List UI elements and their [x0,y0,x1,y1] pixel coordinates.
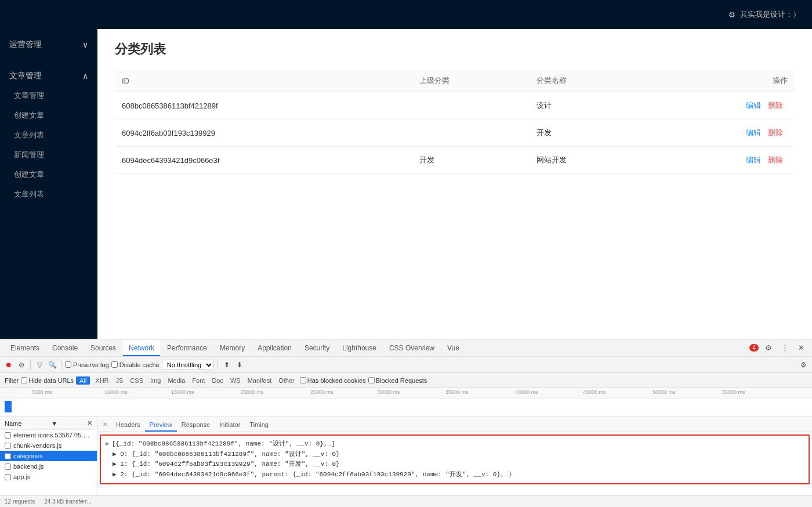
mark-35000: 35000 ms [445,389,469,395]
record-button[interactable]: ⏺ [3,360,14,370]
cell-name: 网站开发 [530,147,647,174]
list-item-active[interactable]: categories [0,451,97,461]
file-name: categories [13,452,43,459]
sidebar-item-article-list-2[interactable]: 文章列表 [0,184,97,204]
edit-button[interactable]: 编辑 [746,128,761,137]
tab-security[interactable]: Security [299,340,335,356]
filter-ws[interactable]: WS [227,376,244,385]
filter-doc[interactable]: Doc [209,376,226,385]
content-area: 分类列表 ID 上级分类 分类名称 操作 608bc0865386113bf42… [97,29,812,339]
tab-initiator[interactable]: Initiator [215,418,245,432]
file-checkbox[interactable] [5,463,11,470]
filter-bar: Filter Hide data URLs All XHR JS CSS Img… [0,373,812,388]
filter-img[interactable]: Img [147,376,164,385]
filter-all-btn[interactable]: All [76,376,90,385]
blocked-requests-checkbox[interactable]: Blocked Requests [368,377,427,384]
devtools-tabs: Elements Console Sources Network Perform… [0,339,812,357]
response-text: [{_id: "608bc0865386113bf421289f", name:… [112,439,335,450]
top-bar-right: ⚙ 其实我是设计：） [728,9,800,20]
file-checkbox[interactable] [5,432,11,439]
file-checkbox[interactable] [5,453,11,459]
file-checkbox[interactable] [5,443,11,449]
import-icon[interactable]: ⬆ [222,360,232,370]
tab-memory[interactable]: Memory [214,340,251,356]
preserve-log-checkbox[interactable]: Preserve log [65,361,109,368]
filter-other[interactable]: Other [276,376,298,385]
filter-js[interactable]: JS [113,376,126,385]
response-text: ▶ 1: {_id: "6094c2ff6ab03f193c139929", n… [113,459,340,470]
tab-preview[interactable]: Preview [145,418,177,432]
tab-application[interactable]: Application [252,340,298,356]
hide-data-urls-input[interactable] [21,377,27,383]
mark-55000: 55000 ms [722,389,745,395]
list-item[interactable]: element-icons.535877f5.w... [0,430,97,440]
filter-font[interactable]: Font [189,376,208,385]
tab-console[interactable]: Console [46,340,84,356]
sidebar-item-article-list-1[interactable]: 文章列表 [0,125,97,145]
timeline-ruler: 5000 ms 10000 ms 15000 ms 20000 ms 25000… [0,388,812,399]
tab-performance[interactable]: Performance [161,340,213,356]
tab-lighthouse[interactable]: Lighthouse [336,340,382,356]
search-icon[interactable]: 🔍 [47,360,57,370]
cell-parent: 开发 [412,147,530,174]
filter-css[interactable]: CSS [127,376,146,385]
sidebar-group-operations[interactable]: 运营管理 ∨ [0,35,97,55]
file-checkbox[interactable] [5,474,11,480]
table-row: 608bc0865386113bf421289f 设计 编辑 删除 [115,92,795,119]
tab-sources[interactable]: Sources [85,340,122,356]
edit-button[interactable]: 编辑 [746,101,761,110]
delete-button[interactable]: 删除 [768,155,783,164]
filter-xhr[interactable]: XHR [92,376,111,385]
preserve-log-label: Preserve log [73,361,109,368]
list-item[interactable]: chunk-vendors.js [0,440,97,451]
sidebar-item-article-manage[interactable]: 文章管理 [0,86,97,106]
disable-cache-checkbox[interactable]: Disable cache [111,361,160,368]
tab-network[interactable]: Network [123,340,160,356]
close-file-icon[interactable]: ✕ [87,419,92,427]
list-item[interactable]: backend.js [0,461,97,472]
sidebar-item-label: 创建文章 [14,170,44,179]
stop-button[interactable]: ⊘ [16,360,27,370]
sidebar-item-create-article-2[interactable]: 创建文章 [0,165,97,184]
filter-icon[interactable]: ▽ [34,360,45,370]
delete-button[interactable]: 删除 [768,101,783,110]
network-settings-icon[interactable]: ⚙ [798,360,809,370]
sidebar-group-articles[interactable]: 文章管理 ∧ [0,66,97,86]
export-icon[interactable]: ⬇ [234,360,245,370]
mark-10000: 10000 ms [104,389,128,395]
mark-20000: 20000 ms [241,389,264,395]
close-icon[interactable]: ✕ [795,342,807,354]
preserve-log-input[interactable] [65,361,71,368]
tab-response[interactable]: Response [177,418,215,432]
more-icon[interactable]: ⋮ [778,342,791,354]
cell-actions: 编辑 删除 [647,119,795,147]
response-line-3: ▶ 1: {_id: "6094c2ff6ab03f193c139929", n… [106,459,804,470]
tab-headers[interactable]: Headers [111,418,145,432]
cell-name: 开发 [530,119,647,147]
response-tab-close[interactable]: ✕ [101,421,109,429]
expand-arrow[interactable]: ▶ [106,439,110,450]
sidebar-item-news-manage[interactable]: 新闻管理 [0,145,97,165]
tab-css-overview[interactable]: CSS Overview [383,340,440,356]
tab-elements[interactable]: Elements [5,340,45,356]
edit-button[interactable]: 编辑 [746,155,761,164]
tab-timing[interactable]: Timing [245,418,273,432]
transferred-size: 24.3 kB transferr... [44,498,92,505]
main-layout: 运营管理 ∨ 文章管理 ∧ 文章管理 创建文章 文章列表 新闻管理 创建文章 [0,29,812,339]
delete-button[interactable]: 删除 [768,128,783,137]
mark-5000: 5000 ms [32,389,52,395]
tab-vue[interactable]: Vue [441,340,465,356]
sidebar-item-create-article-1[interactable]: 创建文章 [0,106,97,125]
disable-cache-input[interactable] [111,361,118,368]
has-blocked-cookies-input[interactable] [300,377,306,383]
mark-45000: 45000 ms [583,389,606,395]
has-blocked-cookies-checkbox[interactable]: Has blocked cookies [300,377,366,384]
list-item[interactable]: app.js [0,472,97,482]
filter-media[interactable]: Media [165,376,188,385]
settings-icon[interactable]: ⚙ [762,342,775,354]
blocked-requests-input[interactable] [368,377,375,383]
throttling-select[interactable]: No throttling [162,360,214,370]
filter-manifest[interactable]: Manifest [245,376,275,385]
category-table: ID 上级分类 分类名称 操作 608bc0865386113bf421289f… [115,70,795,174]
hide-data-urls-checkbox[interactable]: Hide data URLs [21,377,74,384]
